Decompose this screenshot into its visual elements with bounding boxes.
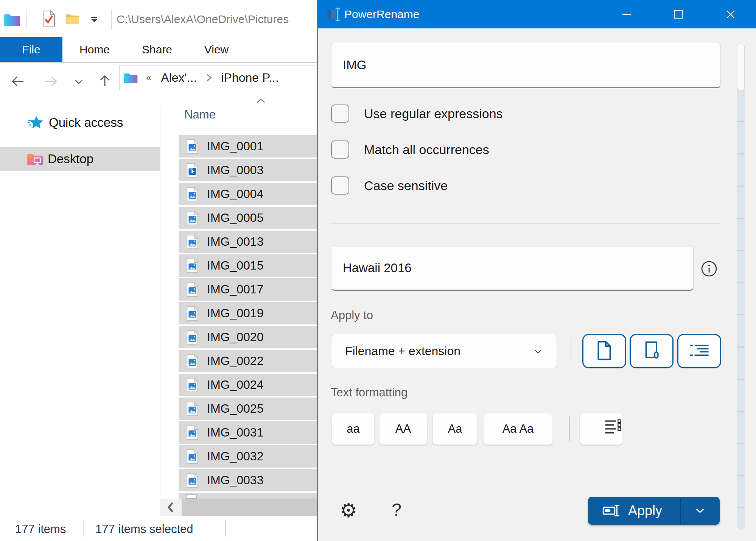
file-row[interactable]: IMG_0020: [179, 326, 318, 350]
file-row[interactable]: IMG_0024: [179, 374, 318, 398]
file-name-label: IMG_0017: [207, 282, 263, 296]
properties-icon[interactable]: [42, 10, 55, 28]
quick-access-label: Quick access: [49, 115, 123, 130]
help-icon[interactable]: ?: [387, 499, 406, 520]
breadcrumb-segment-root[interactable]: Alex'...: [161, 71, 197, 85]
status-separator: [83, 520, 84, 536]
lowercase-button[interactable]: aa: [332, 413, 375, 445]
info-icon[interactable]: [701, 260, 717, 279]
forward-button[interactable]: [44, 75, 58, 90]
file-row-partial: [179, 493, 318, 499]
file-row[interactable]: IMG_0015: [179, 254, 318, 278]
file-name-label: IMG_0004: [207, 187, 263, 201]
file-row[interactable]: IMG_0013: [179, 231, 318, 254]
file-row[interactable]: IMG_0033: [179, 469, 318, 493]
split-button-divider: [680, 498, 681, 524]
file-name-label: IMG_0031: [207, 426, 263, 440]
file-list: IMG_0001IMG_0003IMG_0004IMG_0005IMG_0013…: [179, 135, 318, 493]
file-row[interactable]: IMG_0017: [179, 278, 318, 302]
customize-toolbar-chevron-icon[interactable]: [90, 16, 98, 26]
powerrename-scrollbar-track[interactable]: [737, 44, 745, 530]
replace-with-input[interactable]: [331, 246, 693, 290]
breadcrumb-overflow-glyph[interactable]: «: [146, 72, 151, 83]
powerrename-app-icon: [326, 6, 342, 24]
filename-document-icon: [594, 340, 614, 363]
address-bar[interactable]: « Alex'... iPhone P...: [119, 65, 318, 90]
file-row[interactable]: IMG_0022: [179, 350, 318, 374]
file-row[interactable]: IMG_0001: [179, 135, 318, 159]
sidebar-item-quick-access[interactable]: Quick access: [0, 114, 160, 132]
tab-share[interactable]: Share: [132, 37, 182, 62]
enumerate-items-button[interactable]: [677, 334, 721, 368]
option-row-case-sensitive[interactable]: Case sensitive: [331, 176, 448, 195]
image-file-icon: [186, 473, 199, 488]
horizontal-scrollbar-thumb[interactable]: [182, 499, 318, 516]
new-folder-icon[interactable]: [65, 13, 79, 27]
file-name-label: IMG_0013: [207, 235, 263, 249]
file-row[interactable]: IMG_0032: [179, 445, 318, 469]
scrollbar-tick: [737, 475, 744, 476]
regex-checkbox[interactable]: [331, 104, 349, 123]
apply-to-dropdown[interactable]: Filename + extension: [332, 334, 557, 368]
enumerate-lines-icon: [689, 342, 709, 360]
file-row[interactable]: IMG_0004: [179, 183, 318, 207]
back-button[interactable]: [11, 75, 25, 90]
search-for-input[interactable]: [331, 43, 720, 87]
tab-file[interactable]: File: [0, 37, 62, 62]
apply-button-main[interactable]: Apply: [588, 497, 680, 525]
case-sensitive-checkbox[interactable]: [331, 176, 349, 195]
scrollbar-tick: [737, 282, 744, 283]
breadcrumb-chevron-icon[interactable]: [206, 73, 212, 82]
apply-options-chevron-icon[interactable]: [695, 508, 705, 515]
file-row[interactable]: IMG_0005: [179, 207, 318, 231]
scroll-left-button[interactable]: [160, 499, 182, 516]
tab-view[interactable]: View: [192, 37, 241, 62]
scrollbar-tick: [737, 379, 744, 380]
powerrename-scrollbar-thumb[interactable]: [737, 44, 745, 91]
partial-file-icon: [186, 494, 197, 499]
file-name-label: IMG_0020: [207, 330, 263, 344]
include-filename-button[interactable]: [582, 334, 626, 368]
sort-ascending-icon[interactable]: [256, 98, 266, 105]
capitalize-each-word-button[interactable]: Aa Aa: [483, 413, 553, 445]
powerrename-titlebar[interactable]: PowerRename: [317, 0, 756, 28]
sidebar-item-desktop[interactable]: Desktop: [0, 147, 160, 171]
image-file-icon: [186, 306, 199, 321]
chevron-down-icon: [534, 349, 542, 356]
recent-locations-chevron-icon[interactable]: [73, 77, 85, 89]
case-sensitive-checkbox-label: Case sensitive: [364, 178, 448, 193]
option-row-match-all[interactable]: Match all occurrences: [331, 140, 489, 159]
uppercase-button[interactable]: AA: [379, 413, 427, 445]
close-button[interactable]: [719, 0, 742, 28]
match-all-checkbox[interactable]: [331, 140, 349, 159]
file-name-label: IMG_0033: [207, 473, 263, 487]
settings-gear-icon[interactable]: ⚙: [338, 500, 359, 521]
tab-home[interactable]: Home: [70, 37, 119, 62]
enumerate-format-button[interactable]: [580, 413, 623, 445]
include-extension-button[interactable]: [630, 334, 674, 368]
scrollbar-tick: [737, 250, 744, 251]
file-row[interactable]: IMG_0019: [179, 302, 318, 326]
selection-count: 177 items selected: [95, 522, 193, 536]
horizontal-scrollbar[interactable]: [160, 499, 318, 516]
apply-split-button[interactable]: Apply: [588, 497, 720, 525]
apply-to-selected-value: Filename + extension: [332, 344, 460, 358]
titlecase-button[interactable]: Aa: [432, 413, 478, 445]
option-row-regex[interactable]: Use regular expressions: [331, 104, 503, 123]
breadcrumb-segment-current[interactable]: iPhone P...: [221, 71, 278, 85]
file-name-label: IMG_0003: [207, 163, 263, 177]
column-header-name[interactable]: Name: [184, 108, 216, 122]
file-row[interactable]: IMG_0025: [179, 398, 318, 421]
screenshot-root: C:\Users\AlexA\OneDrive\Pictures File Ho…: [0, 0, 756, 541]
group-separator: [571, 338, 571, 364]
file-name-label: IMG_0024: [207, 378, 263, 392]
image-file-icon: [186, 234, 199, 249]
file-row[interactable]: IMG_0031: [179, 421, 318, 445]
ribbon-divider: [0, 62, 318, 63]
window-title: PowerRename: [344, 0, 419, 28]
maximize-button[interactable]: [667, 0, 690, 28]
up-button[interactable]: [98, 74, 112, 89]
file-row[interactable]: IMG_0003: [179, 159, 318, 183]
minimize-button[interactable]: [615, 0, 638, 28]
current-folder-icon: [123, 72, 138, 84]
